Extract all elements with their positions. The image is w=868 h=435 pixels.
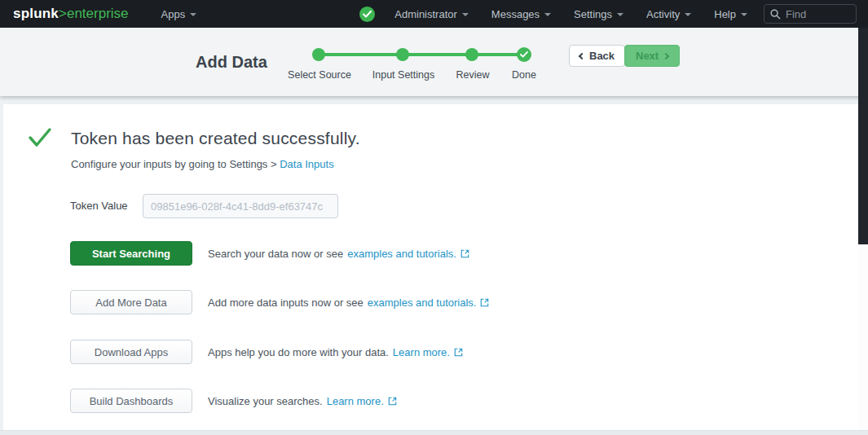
nav-activity-label: Activity	[646, 8, 680, 20]
external-link-icon	[460, 249, 469, 258]
action-description-text: Visualize your searches.	[208, 395, 323, 407]
action-description: Visualize your searches. Learn more.	[208, 395, 397, 407]
find-search-input[interactable]	[786, 8, 844, 20]
learn-more-link[interactable]: Learn more.	[393, 346, 450, 358]
next-button[interactable]: Next	[624, 45, 680, 67]
back-button-label: Back	[589, 50, 615, 62]
action-description: Search your data now or see examples and…	[208, 248, 469, 260]
action-row-add-more-data: Add More Data Add more data inputs now o…	[70, 290, 489, 314]
caret-down-icon	[462, 13, 469, 16]
nav-settings-label: Settings	[574, 8, 612, 20]
back-button[interactable]: Back	[569, 45, 625, 67]
content-panel: Token has been created successfully. Con…	[3, 104, 858, 430]
step-label-done: Done	[512, 69, 536, 81]
nav-administrator-menu[interactable]: Administrator	[383, 0, 480, 28]
step-dot-done	[517, 47, 531, 62]
action-description: Add more data inputs now or see examples…	[208, 297, 489, 309]
logo-brand-text: splunk	[13, 6, 59, 21]
action-description-text: Apps help you do more with your data.	[208, 346, 389, 358]
logo-suffix-text: >enterprise	[59, 6, 129, 21]
nav-activity-menu[interactable]: Activity	[635, 0, 703, 28]
nav-settings-menu[interactable]: Settings	[562, 0, 635, 28]
check-glyph	[363, 11, 372, 18]
configure-hint-text: Configure your inputs by going to Settin…	[71, 158, 280, 170]
add-data-header: Add Data Select Source Input Settings Re…	[0, 28, 868, 96]
caret-down-icon	[685, 13, 691, 16]
add-more-data-button[interactable]: Add More Data	[70, 290, 192, 314]
download-apps-button[interactable]: Download Apps	[70, 340, 192, 364]
nav-apps-label: Apps	[161, 8, 186, 20]
data-inputs-link[interactable]: Data Inputs	[280, 158, 334, 170]
caret-down-icon	[617, 13, 623, 16]
examples-tutorials-link[interactable]: examples and tutorials.	[368, 297, 477, 309]
action-row-download-apps: Download Apps Apps help you do more with…	[70, 340, 463, 364]
configure-hint: Configure your inputs by going to Settin…	[71, 158, 334, 170]
step-dot-review	[465, 48, 478, 61]
progress-stepper: Select Source Input Settings Review Done	[287, 46, 540, 89]
action-description-text: Search your data now or see	[208, 248, 343, 260]
nav-messages-menu[interactable]: Messages	[480, 0, 562, 28]
caret-down-icon	[190, 13, 196, 16]
nav-administrator-label: Administrator	[394, 8, 457, 20]
success-check-icon	[28, 127, 52, 148]
step-label-input-settings: Input Settings	[372, 69, 434, 81]
status-check-icon[interactable]	[359, 7, 375, 22]
token-value-label: Token Value	[70, 200, 128, 212]
next-button-label: Next	[636, 50, 659, 62]
external-link-icon	[388, 397, 397, 406]
splunk-logo[interactable]: splunk>enterprise	[13, 6, 129, 22]
check-glyph	[520, 51, 528, 58]
scrollbar-thumb[interactable]	[858, 28, 868, 244]
scrollbar-track[interactable]	[858, 244, 868, 430]
chevron-right-icon	[663, 53, 669, 59]
chevron-left-icon	[579, 53, 585, 59]
start-searching-button[interactable]: Start Searching	[70, 241, 192, 266]
nav-help-label: Help	[714, 8, 736, 20]
build-dashboards-button[interactable]: Build Dashboards	[70, 389, 192, 413]
nav-help-menu[interactable]: Help	[703, 0, 759, 28]
step-label-select-source: Select Source	[288, 69, 351, 81]
external-link-icon	[454, 348, 463, 357]
step-dot-select-source	[312, 48, 325, 61]
bottom-scrollbar-strip	[0, 430, 868, 435]
caret-down-icon	[741, 13, 747, 16]
external-link-icon	[480, 298, 489, 307]
search-icon	[770, 9, 781, 20]
nav-messages-label: Messages	[491, 8, 540, 20]
step-dot-input-settings	[396, 48, 409, 61]
examples-tutorials-link[interactable]: examples and tutorials.	[347, 248, 456, 260]
caret-down-icon	[544, 13, 551, 16]
learn-more-link[interactable]: Learn more.	[327, 395, 384, 407]
success-heading: Token has been created successfully.	[71, 129, 360, 148]
action-row-start-searching: Start Searching Search your data now or …	[70, 241, 469, 266]
step-label-review: Review	[456, 69, 490, 81]
find-search-box[interactable]	[764, 4, 857, 24]
token-value-input[interactable]	[143, 194, 338, 218]
action-description: Apps help you do more with your data. Le…	[208, 346, 463, 358]
nav-apps-menu[interactable]: Apps	[150, 0, 209, 28]
action-description-text: Add more data inputs now or see	[208, 297, 364, 309]
stepper-connector-line	[319, 53, 524, 56]
top-nav: splunk>enterprise Apps Administrator Mes…	[0, 0, 868, 28]
page-title: Add Data	[196, 53, 267, 72]
action-row-build-dashboards: Build Dashboards Visualize your searches…	[70, 389, 397, 413]
